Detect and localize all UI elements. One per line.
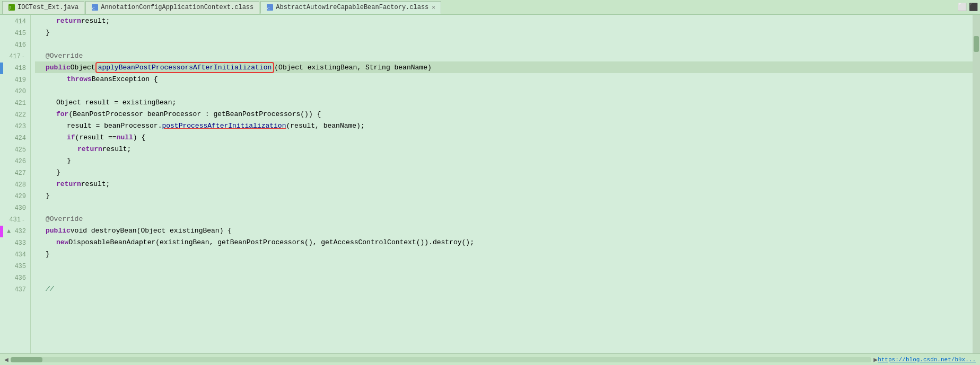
class-file-icon-2: C	[266, 4, 274, 11]
tab-annotation-label: AnnotationConfigApplicationContext.class	[101, 4, 253, 11]
code-line-431: @Override	[35, 213, 973, 225]
tab-ioc[interactable]: J IOCTest_Ext.java	[2, 1, 84, 14]
code-line-422: for (BeanPostProcessor beanProcessor : g…	[35, 108, 973, 120]
code-line-436	[35, 271, 973, 283]
line-429: 429	[3, 191, 30, 202]
line-433: 433	[3, 237, 30, 249]
line-415: 415	[3, 28, 30, 39]
line-432: ▲ 432	[3, 226, 30, 237]
keyword-return-425: return	[77, 145, 102, 153]
fold-417[interactable]: -	[22, 54, 25, 60]
java-file-icon: J	[8, 4, 15, 11]
keyword-if-424: if	[67, 133, 75, 141]
tab-close-button[interactable]: ✕	[432, 4, 435, 11]
keyword-return-428: return	[56, 180, 81, 188]
code-line-415: }	[35, 26, 973, 38]
line-436: 436	[3, 272, 30, 284]
method-name-apply: applyBeanPostProcessorsAfterInitializati…	[95, 62, 275, 73]
keyword-public-432: public	[46, 227, 71, 235]
line-421: 421	[3, 97, 30, 109]
code-line-427: }	[35, 166, 973, 178]
line-numbers: 414 415 416 417- 418 419 420 421 422 423…	[3, 15, 31, 353]
code-line-437: //	[35, 283, 973, 295]
code-line-414: return result;	[35, 15, 973, 26]
code-line-426: }	[35, 155, 973, 166]
line-434: 434	[3, 249, 30, 261]
line-423: 423	[3, 121, 30, 132]
svg-text:J: J	[9, 6, 11, 11]
class-file-icon-1: C	[91, 4, 99, 11]
keyword-return-414: return	[56, 17, 81, 25]
vertical-scrollbar[interactable]	[973, 15, 980, 353]
code-line-417: @Override	[35, 50, 973, 61]
window-restore-icon[interactable]: ⬛	[969, 3, 978, 12]
line-435: 435	[3, 261, 30, 272]
line-430: 430	[3, 202, 30, 214]
tab-abstract-label: AbstractAutowireCapableBeanFactory.class	[276, 4, 428, 11]
keyword-for-422: for	[56, 110, 68, 118]
svg-text:C: C	[267, 6, 270, 11]
code-line-435	[35, 260, 973, 271]
tab-bar: J IOCTest_Ext.java C AnnotationConfigApp…	[0, 0, 980, 15]
line-414: 414	[3, 16, 30, 28]
status-link[interactable]: https://blog.csdn.net/b9x...	[878, 357, 976, 363]
code-line-429: }	[35, 190, 973, 201]
line-418: 418	[3, 63, 30, 74]
line-419: 419	[3, 74, 30, 86]
line-424: 424	[3, 132, 30, 144]
code-line-416	[35, 38, 973, 50]
code-line-433: new DisposableBeanAdapter(existingBean, …	[35, 236, 973, 248]
code-line-430	[35, 201, 973, 213]
line-417: 417-	[3, 51, 30, 63]
scrollbar-thumb-v[interactable]	[974, 36, 979, 52]
fold-431[interactable]: -	[22, 217, 25, 223]
window-minimize-icon[interactable]: ⬜	[958, 3, 967, 12]
line-425: 425	[3, 144, 30, 156]
method-post-process: postProcessAfterInitialization	[162, 122, 286, 130]
code-line-425: return result;	[35, 143, 973, 155]
code-line-432: public void destroyBean(Object existingB…	[35, 225, 973, 236]
keyword-new: new	[56, 238, 68, 246]
keyword-throws: throws	[67, 75, 92, 83]
line-426: 426	[3, 156, 30, 167]
line-420: 420	[3, 86, 30, 97]
code-area[interactable]: return result; } @Override public Object…	[31, 15, 973, 353]
code-line-424: if (result == null ) {	[35, 131, 973, 143]
keyword-null: null	[117, 133, 133, 141]
editor-container: J IOCTest_Ext.java C AnnotationConfigApp…	[0, 0, 980, 365]
line-431: 431-	[3, 214, 30, 226]
line-428: 428	[3, 179, 30, 191]
code-line-434: }	[35, 248, 973, 260]
code-line-423: result = beanProcessor.postProcessAfterI…	[35, 120, 973, 131]
code-line-418: public Object applyBeanPostProcessorsAft…	[35, 61, 973, 73]
code-line-419: throws BeansException {	[35, 73, 973, 85]
code-line-421: Object result = existingBean;	[35, 96, 973, 108]
line-422: 422	[3, 109, 30, 121]
tab-annotation[interactable]: C AnnotationConfigApplicationContext.cla…	[85, 1, 259, 14]
code-line-420	[35, 85, 973, 96]
tab-ioc-label: IOCTest_Ext.java	[18, 4, 78, 11]
line-437: 437	[3, 284, 30, 296]
line-427: 427	[3, 167, 30, 179]
editor-body: 414 415 416 417- 418 419 420 421 422 423…	[0, 15, 980, 353]
scroll-left-icon[interactable]: ◀	[4, 355, 8, 364]
code-line-428: return result;	[35, 178, 973, 190]
keyword-public-418: public	[46, 64, 71, 72]
svg-text:C: C	[92, 6, 95, 11]
tab-abstract[interactable]: C AbstractAutowireCapableBeanFactory.cla…	[260, 1, 441, 14]
line-416: 416	[3, 39, 30, 51]
scroll-right-icon[interactable]: ▶	[873, 355, 878, 364]
